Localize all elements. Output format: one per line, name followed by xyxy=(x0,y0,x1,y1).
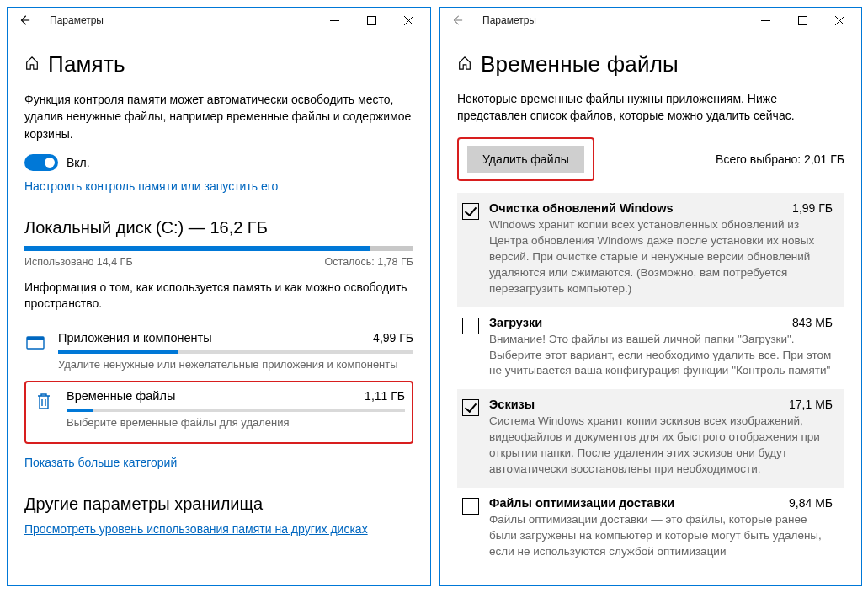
local-disk-heading: Локальный диск (C:) — 16,2 ГБ xyxy=(24,218,413,238)
page-heading: Память xyxy=(24,51,413,77)
window-title: Параметры xyxy=(482,14,747,26)
svg-rect-0 xyxy=(367,16,375,24)
page-heading: Временные файлы xyxy=(457,51,844,77)
svg-rect-3 xyxy=(798,16,807,24)
checkbox[interactable] xyxy=(462,203,479,220)
list-item[interactable]: Загрузки 843 МБ Внимание! Это файлы из в… xyxy=(457,307,844,390)
apps-icon xyxy=(24,331,46,351)
item-size: 843 МБ xyxy=(792,316,833,329)
category-title: Приложения и компоненты xyxy=(58,331,212,345)
home-icon xyxy=(457,56,472,73)
item-size: 9,84 МБ xyxy=(789,496,833,510)
list-item[interactable]: Файлы оптимизации доставки 9,84 МБ Файлы… xyxy=(457,488,844,570)
window-title: Параметры xyxy=(50,14,316,26)
item-title: Эскизы xyxy=(489,398,535,411)
other-storage-heading: Другие параметры хранилища xyxy=(24,494,413,514)
disk-used-label: Использовано 14,4 ГБ xyxy=(24,256,133,268)
maximize-button[interactable] xyxy=(784,8,821,32)
titlebar: Параметры xyxy=(8,8,430,33)
category-bar xyxy=(67,409,405,412)
category-temp-files[interactable]: Временные файлы 1,11 ГБ Выберите временн… xyxy=(33,389,405,430)
category-bar xyxy=(58,350,413,354)
back-button[interactable] xyxy=(14,14,35,26)
svg-rect-2 xyxy=(27,337,44,340)
total-selected: Всего выбрано: 2,01 ГБ xyxy=(716,152,844,166)
temp-files-description: Некоторые временные файлы нужны приложен… xyxy=(457,91,844,124)
checkbox[interactable] xyxy=(462,399,479,416)
list-item[interactable]: Эскизы 17,1 МБ Система Windows хранит ко… xyxy=(457,389,844,488)
storage-sense-toggle[interactable] xyxy=(24,154,58,171)
show-more-link[interactable]: Показать больше категорий xyxy=(24,456,413,469)
home-icon xyxy=(24,56,40,73)
disk-legend: Использовано 14,4 ГБ Осталось: 1,78 ГБ xyxy=(24,256,413,268)
storage-sense-description: Функция контроля памяти может автоматиче… xyxy=(24,91,413,142)
item-description: Внимание! Это файлы из вашей личной папк… xyxy=(489,332,833,380)
checkbox[interactable] xyxy=(462,318,479,334)
disk-free-label: Осталось: 1,78 ГБ xyxy=(325,256,413,268)
temp-files-list: Очистка обновлений Windows 1,99 ГБ Windo… xyxy=(457,193,844,569)
category-apps[interactable]: Приложения и компоненты 4,99 ГБ Удалите … xyxy=(24,326,413,372)
close-button[interactable] xyxy=(821,8,858,32)
item-title: Очистка обновлений Windows xyxy=(489,201,673,215)
page-title: Временные файлы xyxy=(481,51,679,77)
trash-icon xyxy=(33,389,55,411)
item-title: Файлы оптимизации доставки xyxy=(489,496,674,510)
category-title: Временные файлы xyxy=(67,389,175,403)
minimize-button[interactable] xyxy=(316,8,353,32)
item-description: Файлы оптимизации доставки — это файлы, … xyxy=(489,512,833,560)
minimize-button[interactable] xyxy=(747,8,784,32)
item-size: 17,1 МБ xyxy=(789,398,833,411)
view-other-disks-link[interactable]: Просмотреть уровень использования памяти… xyxy=(24,522,368,536)
close-button[interactable] xyxy=(390,8,427,32)
category-subtitle: Удалите ненужные или нежелательные прило… xyxy=(58,358,413,372)
configure-storage-sense-link[interactable]: Настроить контроль памяти или запустить … xyxy=(24,179,278,193)
category-size: 4,99 ГБ xyxy=(373,331,413,345)
category-subtitle: Выберите временные файлы для удаления xyxy=(67,416,405,430)
category-size: 1,11 ГБ xyxy=(365,389,405,403)
disk-info: Информация о том, как используется памят… xyxy=(24,280,413,313)
toggle-label: Вкл. xyxy=(67,156,90,169)
page-title: Память xyxy=(48,51,125,77)
temp-files-window: Параметры Временные файлы Некоторые врем… xyxy=(439,7,862,586)
storage-settings-window: Параметры Память Функция контроля памяти… xyxy=(7,7,431,586)
back-button[interactable] xyxy=(447,14,467,26)
item-description: Система Windows хранит копии эскизов все… xyxy=(489,414,833,478)
item-title: Загрузки xyxy=(489,316,542,329)
item-size: 1,99 ГБ xyxy=(792,201,833,215)
delete-files-button[interactable]: Удалить файлы xyxy=(467,146,584,173)
titlebar: Параметры xyxy=(440,8,861,33)
checkbox[interactable] xyxy=(462,498,479,515)
disk-usage-bar xyxy=(24,246,413,251)
maximize-button[interactable] xyxy=(353,8,390,32)
item-description: Windows хранит копии всех установленных … xyxy=(489,217,833,296)
list-item[interactable]: Очистка обновлений Windows 1,99 ГБ Windo… xyxy=(457,193,844,307)
